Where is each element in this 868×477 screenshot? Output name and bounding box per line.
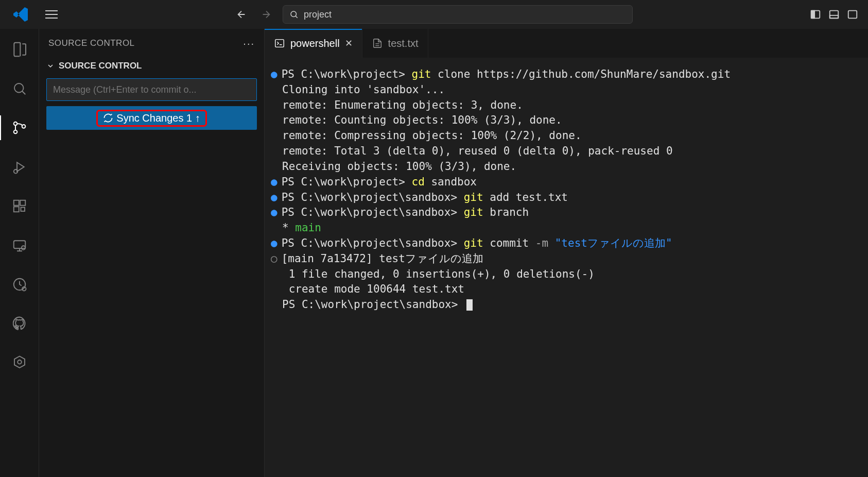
- search-icon: [289, 10, 299, 19]
- activity-run-debug[interactable]: [7, 155, 32, 179]
- svg-point-7: [13, 122, 17, 126]
- source-control-section-header[interactable]: SOURCE CONTROL: [39, 58, 264, 74]
- svg-rect-14: [21, 208, 25, 212]
- toggle-primary-sidebar-button[interactable]: [808, 7, 823, 22]
- tab-label: powershell: [290, 38, 340, 49]
- editor-area: powershell✕test.txt ●PS C:\work\project>…: [265, 29, 868, 477]
- svg-point-0: [291, 11, 297, 17]
- svg-rect-5: [848, 11, 857, 19]
- tab-label: test.txt: [388, 38, 419, 49]
- svg-rect-4: [830, 15, 839, 19]
- activity-bar: [0, 29, 39, 477]
- activity-explorer[interactable]: [7, 37, 32, 62]
- svg-rect-12: [20, 200, 25, 206]
- editor-tab[interactable]: test.txt: [362, 29, 428, 58]
- svg-rect-2: [811, 11, 814, 19]
- file-icon: [372, 38, 383, 49]
- activity-more[interactable]: [7, 350, 32, 375]
- svg-rect-15: [13, 241, 25, 248]
- activity-search[interactable]: [7, 76, 32, 101]
- terminal-line: PS C:\work\project\sandbox>: [271, 297, 862, 313]
- terminal-line: ●PS C:\work\project\sandbox> git add tes…: [271, 190, 862, 206]
- terminal-line: ●PS C:\work\project\sandbox> git branch: [271, 205, 862, 220]
- titlebar: project: [0, 0, 868, 29]
- terminal-cursor: [466, 299, 473, 311]
- section-title: SOURCE CONTROL: [59, 61, 142, 71]
- sidebar-more-actions[interactable]: ···: [243, 38, 255, 49]
- close-tab-icon[interactable]: ✕: [345, 38, 353, 49]
- svg-point-8: [13, 130, 17, 134]
- terminal-line: ○[main 7a13472] testファイルの追加: [271, 251, 862, 267]
- terminal-line: remote: Enumerating objects: 3, done.: [271, 98, 862, 113]
- source-control-sidebar: SOURCE CONTROL ··· SOURCE CONTROL Sync C…: [39, 29, 265, 477]
- terminal-line: remote: Counting objects: 100% (3/3), do…: [271, 113, 862, 128]
- terminal-line: remote: Total 3 (delta 0), reused 0 (del…: [271, 144, 862, 159]
- terminal-line: Cloning into 'sandbox'...: [271, 82, 862, 98]
- svg-point-6: [14, 83, 24, 93]
- terminal-line: ●PS C:\work\project> cd sandbox: [271, 175, 862, 190]
- vscode-logo-icon: [12, 6, 29, 23]
- activity-extensions[interactable]: [7, 194, 32, 218]
- sync-changes-button[interactable]: Sync Changes 1 ↑: [46, 106, 257, 130]
- editor-tabs: powershell✕test.txt: [265, 29, 868, 58]
- sidebar-title: SOURCE CONTROL: [48, 38, 135, 48]
- search-value: project: [304, 9, 332, 20]
- svg-rect-11: [13, 200, 19, 206]
- sync-label: Sync Changes 1 ↑: [116, 112, 200, 124]
- svg-rect-13: [13, 207, 19, 212]
- svg-rect-3: [830, 11, 839, 19]
- svg-point-19: [18, 360, 22, 364]
- activity-timeline[interactable]: [7, 272, 32, 297]
- terminal-icon: [274, 38, 285, 49]
- terminal-line: ●PS C:\work\project> git clone https://g…: [271, 67, 862, 82]
- terminal-line: * main: [271, 220, 862, 236]
- activity-github[interactable]: [7, 311, 32, 336]
- toggle-secondary-sidebar-button[interactable]: [845, 7, 860, 22]
- command-center-search[interactable]: project: [283, 5, 633, 24]
- terminal-output[interactable]: ●PS C:\work\project> git clone https://g…: [265, 58, 868, 477]
- terminal-line: ●PS C:\work\project\sandbox> git commit …: [271, 236, 862, 251]
- terminal-line: 1 file changed, 0 insertions(+), 0 delet…: [271, 267, 862, 282]
- editor-tab[interactable]: powershell✕: [265, 29, 362, 58]
- nav-forward-button[interactable]: [258, 6, 274, 23]
- activity-remote[interactable]: [7, 233, 32, 258]
- commit-message-input[interactable]: [46, 78, 257, 101]
- sync-icon: [103, 113, 113, 123]
- terminal-line: remote: Compressing objects: 100% (2/2),…: [271, 128, 862, 144]
- menu-icon[interactable]: [45, 8, 58, 21]
- chevron-down-icon: [46, 62, 55, 70]
- activity-source-control[interactable]: [7, 115, 32, 140]
- svg-rect-20: [275, 40, 284, 47]
- terminal-line: create mode 100644 test.txt: [271, 282, 862, 297]
- toggle-panel-button[interactable]: [827, 7, 841, 22]
- nav-back-button[interactable]: [233, 6, 250, 23]
- terminal-line: Receiving objects: 100% (3/3), done.: [271, 159, 862, 175]
